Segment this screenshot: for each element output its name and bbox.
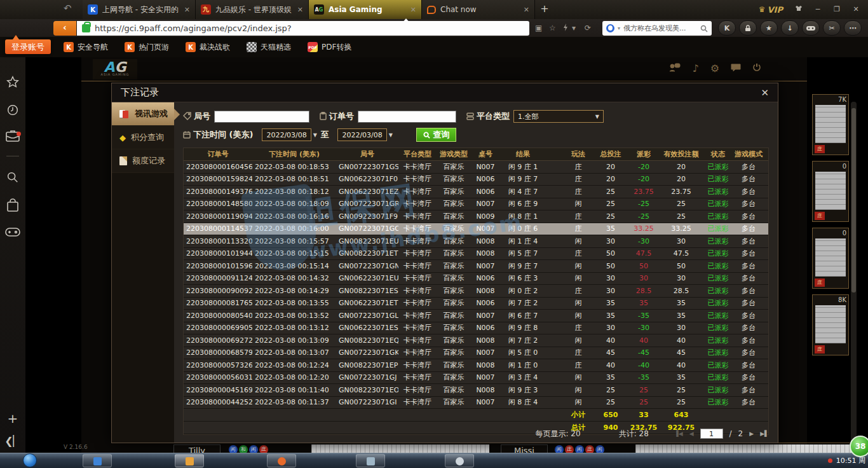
table-row[interactable]: 2203080001604562022-03-08 00:18:53GN0072… xyxy=(184,161,768,174)
games-button[interactable] xyxy=(802,20,820,36)
date-from-select[interactable]: 2022/03/08▼ xyxy=(262,128,311,141)
login-account-badge[interactable]: 登录账号 xyxy=(5,39,51,54)
page-input[interactable]: 1 xyxy=(700,429,723,439)
ag-logo[interactable]: AG ASIA GAMING xyxy=(93,59,137,79)
bookmark-item[interactable]: K安全导航 xyxy=(64,42,108,53)
table-row[interactable]: 2203080000685792022-03-08 00:13:07GN0072… xyxy=(184,347,768,360)
game-table-card[interactable]: 7K庄 xyxy=(812,94,849,155)
gamepad-icon[interactable] xyxy=(0,226,25,240)
page-scrollbar[interactable] xyxy=(851,102,857,445)
scrollbar-thumb[interactable] xyxy=(851,108,856,292)
date-to-select[interactable]: 2022/03/08▼ xyxy=(337,128,387,141)
taskbar-app-button[interactable] xyxy=(267,454,296,467)
inbox-bag-icon[interactable] xyxy=(0,130,25,145)
bookmark-item[interactable]: K裁决战歌 xyxy=(186,42,230,53)
table-row[interactable]: 2203080000560312022-03-08 00:12:20GN0072… xyxy=(184,372,768,385)
table-row[interactable]: 2203080000699052022-03-08 00:13:12GN0062… xyxy=(184,322,768,335)
taskbar-app-button[interactable] xyxy=(445,454,474,467)
chat-icon[interactable] xyxy=(731,62,741,74)
query-button[interactable]: 查询 xyxy=(416,128,456,142)
browser-tab[interactable]: K上网导航 - 安全实用的✕ xyxy=(83,0,196,19)
table-row[interactable]: 2203080001190942022-03-08 00:16:16GN0092… xyxy=(184,210,768,223)
table-row[interactable]: 2203080000442522022-03-08 00:11:37GN0072… xyxy=(184,397,768,410)
prev-page-icon[interactable]: ◀ xyxy=(689,430,694,437)
table-row[interactable]: 2203080001019442022-03-08 00:15:15GN0082… xyxy=(184,248,768,261)
table-row[interactable]: 2203080001485802022-03-08 00:18:09GN0072… xyxy=(184,198,768,211)
first-page-icon[interactable]: ▐◀ xyxy=(674,430,683,437)
music-icon[interactable]: ♪ xyxy=(692,62,698,74)
download-button[interactable]: ↓ xyxy=(781,20,799,36)
game-table-card[interactable]: 8K庄 xyxy=(812,294,849,355)
support-icon[interactable] xyxy=(669,62,681,74)
lock-button[interactable] xyxy=(739,20,757,36)
table-row[interactable]: 2203080001493762022-03-08 00:18:12GN0062… xyxy=(184,186,768,198)
start-button[interactable] xyxy=(23,453,37,467)
restore-button[interactable]: ❐ xyxy=(829,3,845,16)
history-clock-icon[interactable] xyxy=(0,103,25,120)
more-button[interactable]: ⋯ xyxy=(844,20,862,36)
lightning-icon[interactable] xyxy=(563,24,568,33)
shop-bag-icon[interactable] xyxy=(0,198,25,215)
table-row[interactable]: 2203080000911242022-03-08 00:14:32GN0062… xyxy=(184,273,768,286)
table-row[interactable]: 2203080000900922022-03-08 00:14:29GN0082… xyxy=(184,285,768,298)
add-icon[interactable]: + xyxy=(0,411,25,426)
last-page-icon[interactable]: ▶▌ xyxy=(760,430,769,437)
close-button[interactable]: ✕ xyxy=(848,3,864,16)
tab-close-icon[interactable]: ✕ xyxy=(524,6,529,14)
taskbar-app-button[interactable] xyxy=(83,454,112,467)
browser-tab[interactable]: 九九品娱乐 - 世界顶级娱✕ xyxy=(196,0,309,19)
table-row[interactable]: 2203080001015962022-03-08 00:15:14GN0072… xyxy=(184,260,768,273)
speed-ball[interactable]: 38 xyxy=(850,436,868,457)
favorites-button[interactable]: ★ xyxy=(760,20,778,36)
table-row[interactable]: 2203080000451692022-03-08 00:11:40GN0082… xyxy=(184,384,768,397)
search-side-icon[interactable] xyxy=(0,170,25,187)
modal-tab-gem[interactable]: ◆积分查询 xyxy=(112,126,174,149)
game-table-card[interactable]: 0庄 xyxy=(812,228,849,289)
taskbar-app-button[interactable] xyxy=(175,454,204,467)
table-row[interactable]: 2203080000573262022-03-08 00:12:24GN0082… xyxy=(184,359,768,372)
bookmark-item[interactable]: 天猫精选 xyxy=(247,42,291,53)
chevron-down-icon[interactable]: ▾ xyxy=(572,24,576,32)
bookmark-item[interactable]: PDFPDF转换 xyxy=(308,42,351,53)
power-icon[interactable] xyxy=(752,62,761,74)
table-row[interactable]: 2203080001133202022-03-08 00:15:57GN0082… xyxy=(184,235,768,248)
browser-tab[interactable]: Chat now✕ xyxy=(422,0,535,19)
favorites-star-icon[interactable] xyxy=(0,75,25,92)
modal-tab-cards[interactable]: 视讯游戏 xyxy=(112,102,174,126)
search-query-text[interactable]: 俄方称在乌发现美... xyxy=(623,24,697,33)
platform-select[interactable]: 1.全部▼ xyxy=(513,110,604,123)
url-field[interactable]: https://gci.9paff.com/agingame/pcv2/inde… xyxy=(77,21,529,36)
collapse-sidebar-icon[interactable]: ❮▏ xyxy=(0,435,25,447)
chevron-down-icon[interactable]: ▾ xyxy=(618,25,620,31)
search-icon[interactable] xyxy=(700,25,708,32)
refresh-icon[interactable]: ⟳ xyxy=(585,24,591,32)
url-text[interactable]: https://gci.9paff.com/agingame/pcv2/inde… xyxy=(95,24,292,33)
back-button[interactable]: ‹ xyxy=(53,21,76,36)
skin-button[interactable] xyxy=(790,3,807,16)
table-row[interactable]: 2203080001598242022-03-08 00:18:51GN0062… xyxy=(184,174,768,186)
taskbar-app-button[interactable] xyxy=(356,454,385,467)
undo-arrow-icon[interactable]: ↶ xyxy=(64,3,72,14)
order-input[interactable] xyxy=(358,111,456,123)
tab-close-icon[interactable]: ✕ xyxy=(184,6,190,14)
vip-badge[interactable]: ♛VIP xyxy=(759,5,783,15)
round-input[interactable] xyxy=(214,111,309,123)
table-row[interactable]: 2203080000805402022-03-08 00:13:52GN0072… xyxy=(184,310,768,322)
kingsoft-button[interactable]: K xyxy=(718,20,736,36)
quick-search-box[interactable]: ▾ 俄方称在乌发现美... xyxy=(602,21,712,36)
screenshot-icon[interactable]: ▣ xyxy=(535,24,542,32)
tab-close-icon[interactable]: ✕ xyxy=(297,6,303,14)
next-page-icon[interactable]: ▶ xyxy=(749,430,754,437)
game-table-card[interactable]: 0庄 xyxy=(812,161,849,222)
new-tab-button[interactable]: + xyxy=(535,0,554,19)
table-row[interactable]: 2203080000817652022-03-08 00:13:55GN0062… xyxy=(184,298,768,310)
settings-gear-icon[interactable]: ⚙ xyxy=(710,62,719,74)
table-row[interactable]: 2203080000692722022-03-08 00:13:09GN0082… xyxy=(184,334,768,347)
bookmark-add-icon[interactable]: ☆ xyxy=(549,24,556,32)
scissors-button[interactable]: ✂ xyxy=(823,20,841,36)
minimize-button[interactable]: ─ xyxy=(810,3,826,16)
modal-tab-doc[interactable]: 额度记录 xyxy=(112,149,174,173)
table-row[interactable]: 2203080001145372022-03-08 00:16:00GN0072… xyxy=(184,223,768,236)
modal-close-icon[interactable]: ✕ xyxy=(761,87,769,99)
bookmark-item[interactable]: K热门页游 xyxy=(125,42,169,53)
